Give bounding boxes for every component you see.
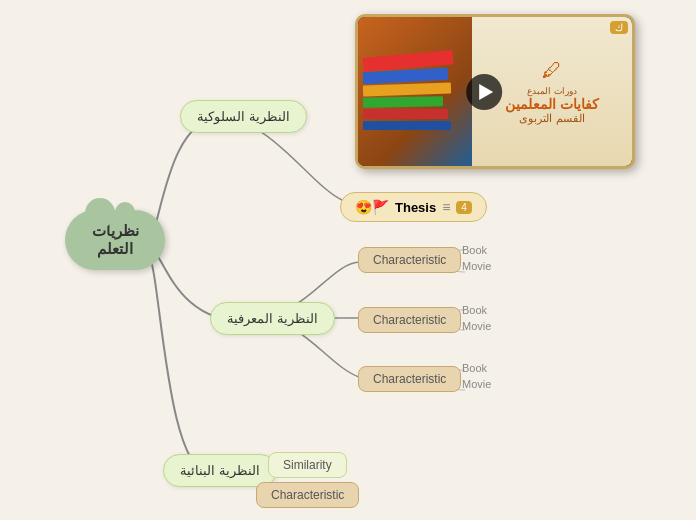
thesis-node[interactable]: 😍🚩 Thesis ≡ 4: [340, 192, 487, 222]
char-1-label: Characteristic: [373, 253, 446, 267]
thesis-badge: 4: [456, 201, 472, 214]
behavioral-node[interactable]: النظرية السلوكية: [180, 100, 307, 133]
similarity-label: Similarity: [283, 458, 332, 472]
cognitive-label: النظرية المعرفية: [227, 311, 318, 326]
video-logo: دورات المبدع: [527, 86, 577, 96]
char-2-book: Book: [462, 304, 487, 316]
thesis-list-icon: ≡: [442, 199, 450, 215]
char-1-book: Book: [462, 244, 487, 256]
cognitive-node[interactable]: النظرية المعرفية: [210, 302, 335, 335]
video-title: كفايات المعلمين: [505, 96, 599, 112]
play-icon: [479, 84, 493, 100]
char-2-movie: Movie: [462, 320, 491, 332]
video-badge: ك: [610, 21, 628, 34]
char-3-movie: Movie: [462, 378, 491, 390]
book-stack: [358, 17, 478, 166]
char-2-label: Characteristic: [373, 313, 446, 327]
video-bg: 🖊 دورات المبدع كفايات المعلمين القسم الت…: [358, 17, 632, 166]
char-box-3[interactable]: Characteristic: [358, 366, 461, 392]
similarity-box[interactable]: Similarity: [268, 452, 347, 478]
char-box-4[interactable]: Characteristic: [256, 482, 359, 508]
thesis-label: Thesis: [395, 200, 436, 215]
main-node[interactable]: نظريات التعلم: [65, 210, 165, 270]
char-4-label: Characteristic: [271, 488, 344, 502]
video-thumbnail[interactable]: 🖊 دورات المبدع كفايات المعلمين القسم الت…: [355, 14, 635, 169]
char-3-label: Characteristic: [373, 372, 446, 386]
video-subtitle: القسم التربوى: [519, 112, 584, 125]
char-box-2[interactable]: Characteristic: [358, 307, 461, 333]
main-node-label: نظريات التعلم: [92, 222, 139, 257]
behavioral-label: النظرية السلوكية: [197, 109, 290, 124]
char-box-1[interactable]: Characteristic: [358, 247, 461, 273]
thesis-emoji: 😍🚩: [355, 199, 389, 215]
structural-label: النظرية البنائية: [180, 463, 260, 478]
char-1-movie: Movie: [462, 260, 491, 272]
play-button[interactable]: [466, 74, 502, 110]
char-3-book: Book: [462, 362, 487, 374]
